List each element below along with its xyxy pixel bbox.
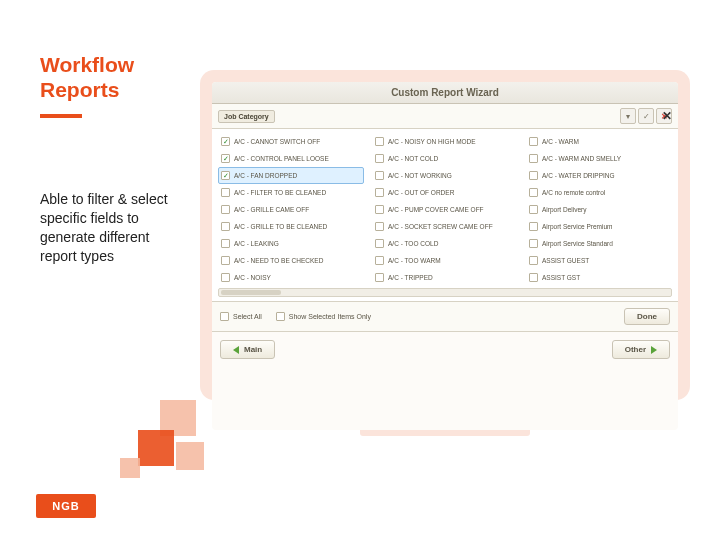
item-label: A/C - GRILLE CAME OFF xyxy=(234,206,309,213)
item-checkbox[interactable] xyxy=(375,239,384,248)
list-item[interactable]: A/C - TRIPPED xyxy=(372,269,518,286)
nav-back-button[interactable]: Main xyxy=(220,340,275,359)
list-item[interactable]: A/C - SOCKET SCREW CAME OFF xyxy=(372,218,518,235)
wizard-close-button[interactable]: ✕ xyxy=(662,109,672,123)
item-label: A/C - TOO WARM xyxy=(388,257,441,264)
item-checkbox[interactable] xyxy=(221,222,230,231)
item-checkbox[interactable] xyxy=(375,222,384,231)
list-item[interactable]: A/C - TOO COLD xyxy=(372,235,518,252)
item-label: A/C - NEED TO BE CHECKED xyxy=(234,257,323,264)
item-checkbox[interactable] xyxy=(375,137,384,146)
category-chip[interactable]: Job Category xyxy=(218,110,275,123)
item-checkbox[interactable] xyxy=(375,256,384,265)
show-selected-checkbox[interactable] xyxy=(276,312,285,321)
monitor-illustration: Custom Report Wizard Job Category ▾ ✓ ✕ … xyxy=(200,70,690,450)
item-checkbox[interactable] xyxy=(221,154,230,163)
list-item[interactable]: A/C - FAN DROPPED xyxy=(218,167,364,184)
list-item[interactable]: Airport Service Standard xyxy=(526,235,672,252)
list-item[interactable]: A/C - TOO WARM xyxy=(372,252,518,269)
list-item[interactable]: A/C - NOISY ON HIGH MODE xyxy=(372,133,518,150)
item-checkbox[interactable] xyxy=(529,154,538,163)
arrow-right-icon xyxy=(651,346,657,354)
item-label: A/C - TRIPPED xyxy=(388,274,433,281)
item-label: A/C - WARM AND SMELLY xyxy=(542,155,621,162)
title-line-2: Reports xyxy=(40,77,134,102)
item-label: A/C - FILTER TO BE CLEANED xyxy=(234,189,326,196)
list-item[interactable]: A/C - NOT COLD xyxy=(372,150,518,167)
item-checkbox[interactable] xyxy=(529,205,538,214)
item-checkbox[interactable] xyxy=(529,171,538,180)
list-item[interactable]: ASSIST GST xyxy=(526,269,672,286)
title-underline xyxy=(40,114,82,118)
list-item[interactable]: A/C - WARM AND SMELLY xyxy=(526,150,672,167)
list-item[interactable]: Airport Delivery xyxy=(526,201,672,218)
item-checkbox[interactable] xyxy=(221,188,230,197)
item-checkbox[interactable] xyxy=(221,137,230,146)
item-label: A/C - CANNOT SWITCH OFF xyxy=(234,138,320,145)
wizard-title: Custom Report Wizard xyxy=(391,87,499,98)
brand-logo-text: NGB xyxy=(52,500,79,512)
item-label: A/C - NOISY ON HIGH MODE xyxy=(388,138,476,145)
item-label: A/C - LEAKING xyxy=(234,240,279,247)
list-item[interactable]: A/C - CONTROL PANEL LOOSE xyxy=(218,150,364,167)
nav-next-button[interactable]: Other xyxy=(612,340,670,359)
item-label: A/C no remote control xyxy=(542,189,605,196)
item-checkbox[interactable] xyxy=(375,188,384,197)
item-checkbox[interactable] xyxy=(221,239,230,248)
list-item[interactable]: A/C - GRILLE TO BE CLEANED xyxy=(218,218,364,235)
list-item[interactable]: A/C - WATER DRIPPING xyxy=(526,167,672,184)
list-item[interactable]: Airport Service Premium xyxy=(526,218,672,235)
scrollbar-thumb[interactable] xyxy=(221,290,281,295)
item-checkbox[interactable] xyxy=(221,205,230,214)
brand-logo: NGB xyxy=(36,494,96,518)
items-column: A/C - WARMA/C - WARM AND SMELLYA/C - WAT… xyxy=(526,133,672,286)
footer-row: Select All Show Selected Items Only Done xyxy=(212,302,678,332)
list-item[interactable]: A/C - FILTER TO BE CLEANED xyxy=(218,184,364,201)
select-all-option[interactable]: Select All xyxy=(220,312,262,321)
list-item[interactable]: A/C - NEED TO BE CHECKED xyxy=(218,252,364,269)
list-item[interactable]: A/C - PUMP COVER CAME OFF xyxy=(372,201,518,218)
slide-title: Workflow Reports xyxy=(40,52,134,102)
item-checkbox[interactable] xyxy=(529,188,538,197)
item-checkbox[interactable] xyxy=(221,256,230,265)
list-item[interactable]: A/C - LEAKING xyxy=(218,235,364,252)
list-item[interactable]: A/C no remote control xyxy=(526,184,672,201)
item-label: A/C - OUT OF ORDER xyxy=(388,189,454,196)
item-checkbox[interactable] xyxy=(529,239,538,248)
select-all-checkbox[interactable] xyxy=(220,312,229,321)
nav-row: Main Other xyxy=(212,332,678,367)
list-item[interactable]: A/C - NOT WORKING xyxy=(372,167,518,184)
item-checkbox[interactable] xyxy=(529,273,538,282)
list-item[interactable]: A/C - WARM xyxy=(526,133,672,150)
deco-square xyxy=(160,400,196,436)
show-selected-option[interactable]: Show Selected Items Only xyxy=(276,312,371,321)
monitor-screen: Custom Report Wizard Job Category ▾ ✓ ✕ … xyxy=(212,82,678,430)
list-item[interactable]: A/C - OUT OF ORDER xyxy=(372,184,518,201)
item-label: A/C - FAN DROPPED xyxy=(234,172,297,179)
category-dropdown-button[interactable]: ▾ xyxy=(620,108,636,124)
horizontal-scrollbar[interactable] xyxy=(218,288,672,297)
item-label: Airport Delivery xyxy=(542,206,586,213)
item-checkbox[interactable] xyxy=(375,205,384,214)
item-checkbox[interactable] xyxy=(221,171,230,180)
show-selected-label: Show Selected Items Only xyxy=(289,313,371,320)
select-all-label: Select All xyxy=(233,313,262,320)
arrow-left-icon xyxy=(233,346,239,354)
nav-next-label: Other xyxy=(625,345,646,354)
category-confirm-button[interactable]: ✓ xyxy=(638,108,654,124)
list-item[interactable]: A/C - GRILLE CAME OFF xyxy=(218,201,364,218)
item-checkbox[interactable] xyxy=(375,154,384,163)
item-checkbox[interactable] xyxy=(529,256,538,265)
wizard-titlebar: Custom Report Wizard xyxy=(212,82,678,104)
item-label: A/C - TOO COLD xyxy=(388,240,438,247)
item-checkbox[interactable] xyxy=(529,137,538,146)
item-label: A/C - PUMP COVER CAME OFF xyxy=(388,206,484,213)
list-item[interactable]: A/C - NOISY xyxy=(218,269,364,286)
list-item[interactable]: A/C - CANNOT SWITCH OFF xyxy=(218,133,364,150)
done-button[interactable]: Done xyxy=(624,308,670,325)
item-checkbox[interactable] xyxy=(375,273,384,282)
item-checkbox[interactable] xyxy=(529,222,538,231)
item-checkbox[interactable] xyxy=(221,273,230,282)
item-checkbox[interactable] xyxy=(375,171,384,180)
list-item[interactable]: ASSIST GUEST xyxy=(526,252,672,269)
